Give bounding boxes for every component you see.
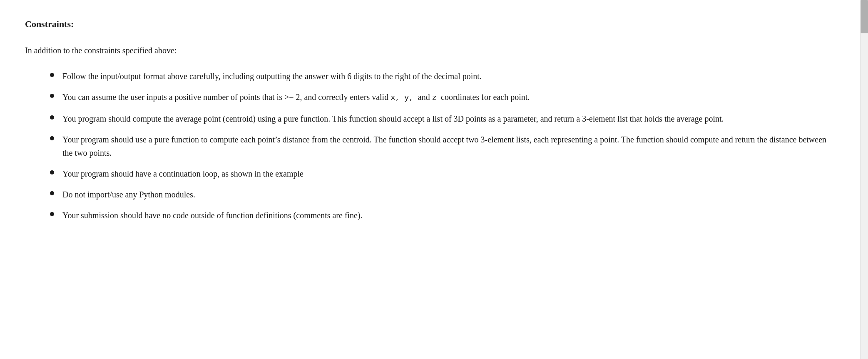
scrollbar[interactable]: [861, 0, 868, 359]
bullet-list: Follow the input/output format above car…: [25, 70, 835, 222]
list-item: Your submission should have no code outs…: [50, 209, 835, 222]
code-x: x,: [390, 93, 400, 102]
bullet-text: Follow the input/output format above car…: [62, 70, 835, 83]
list-item: Do not import/use any Python modules.: [50, 188, 835, 201]
list-item: You can assume the user inputs a positiv…: [50, 90, 835, 104]
list-item: Your program should use a pure function …: [50, 133, 835, 160]
bullet-text: You can assume the user inputs a positiv…: [62, 90, 835, 104]
code-z: z: [432, 93, 437, 102]
bullet-dot: [50, 212, 54, 216]
bullet-text: You program should compute the average p…: [62, 112, 835, 125]
bullet-text: Do not import/use any Python modules.: [62, 188, 835, 201]
page-container: Constraints: In addition to the constrai…: [0, 0, 868, 359]
intro-text: In addition to the constraints specified…: [25, 44, 835, 57]
constraints-heading: Constraints:: [25, 17, 835, 31]
bullet-dot: [50, 136, 54, 140]
bullet-dot: [50, 73, 54, 77]
bullet-dot: [50, 191, 54, 195]
bullet-text: Your submission should have no code outs…: [62, 209, 835, 222]
bullet-dot: [50, 115, 54, 120]
list-item: Follow the input/output format above car…: [50, 70, 835, 83]
bullet-text: Your program should have a continuation …: [62, 167, 835, 180]
bullet-dot: [50, 94, 54, 98]
code-y: y,: [404, 93, 414, 102]
scrollbar-thumb[interactable]: [861, 0, 868, 33]
list-item: Your program should have a continuation …: [50, 167, 835, 180]
bullet-dot: [50, 170, 54, 175]
bullet-text: Your program should use a pure function …: [62, 133, 835, 160]
list-item: You program should compute the average p…: [50, 112, 835, 125]
